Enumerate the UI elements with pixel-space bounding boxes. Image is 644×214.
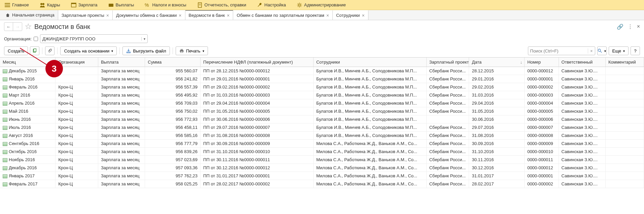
export-icon (126, 48, 131, 53)
column-header[interactable]: Ответственный (559, 58, 605, 67)
help-button[interactable]: ? (631, 46, 640, 55)
filter-row: Организация: ДЖИНДЖЕР ГРУПП ООО ▾ (0, 33, 644, 44)
table-row[interactable]: Сентябрь 2016Крон-ЦЗарплата за месяц956 … (0, 140, 644, 148)
menu-payments[interactable]: Выплаты (106, 1, 136, 9)
gear-icon (297, 2, 302, 8)
close-icon[interactable]: × (227, 13, 229, 18)
kebab-icon[interactable]: ⋮ (628, 24, 633, 30)
table-row[interactable]: Июнь 2016Крон-ЦЗарплата за месяц956 772,… (0, 115, 644, 123)
page-title: Ведомости в банк (34, 23, 90, 31)
svg-rect-7 (109, 4, 113, 7)
menu-admin[interactable]: Администрирование (295, 1, 348, 9)
row-icon (3, 118, 7, 122)
paperclip-icon (47, 48, 52, 53)
row-icon (3, 85, 7, 90)
row-icon (3, 102, 7, 106)
close-icon[interactable]: × (106, 13, 109, 18)
row-icon (3, 166, 7, 170)
calendar-icon (71, 2, 76, 8)
svg-rect-14 (34, 49, 36, 52)
search-input[interactable] (530, 48, 588, 54)
create-based-button[interactable]: Создать на основании▾ (60, 46, 117, 55)
attach-button[interactable] (45, 46, 55, 55)
svg-point-3 (40, 3, 42, 5)
close-icon[interactable]: × (326, 13, 329, 18)
org-checkbox[interactable] (34, 37, 38, 41)
forward-button[interactable]: → (13, 23, 22, 31)
tab[interactable]: Документы обмена с банками× (113, 10, 185, 20)
svg-line-19 (600, 51, 602, 52)
home-icon (5, 13, 10, 17)
export-button[interactable]: Выгрузить файл (122, 46, 170, 55)
table-row[interactable]: Февраль 2016Крон-ЦЗарплата за месяц956 5… (0, 83, 644, 91)
tab[interactable]: Сотрудники× (333, 10, 368, 20)
menu-icon (5, 2, 10, 8)
table-row[interactable]: Декабрь 2016Крон-ЦЗарплата за месяц957 0… (0, 164, 644, 172)
table-row[interactable]: Ноябрь 2016Крон-ЦЗарплата за месяц957 02… (0, 156, 644, 164)
org-label: Организация: (4, 36, 32, 41)
wrench-icon (257, 2, 262, 8)
link-icon[interactable]: 🔗 (617, 24, 623, 30)
table-row[interactable]: Апрель 2016Крон-ЦЗарплата за месяц956 70… (0, 99, 644, 107)
more-button[interactable]: Еще▾ (609, 46, 629, 55)
svg-rect-17 (180, 51, 183, 53)
table-row[interactable]: Август 2016Крон-ЦЗарплата за месяц956 58… (0, 132, 644, 140)
column-header[interactable]: Перечисление НДФЛ (платежный документ) (201, 58, 314, 67)
column-header[interactable]: Комментарий (605, 58, 644, 67)
svg-rect-16 (180, 49, 183, 50)
table-row[interactable]: Май 2016Крон-ЦЗарплата за месяц956 750,0… (0, 107, 644, 115)
data-table: МесяцОрганизацияВыплатаСуммаПеречисление… (0, 58, 644, 188)
row-icon (3, 150, 7, 154)
menu-main[interactable]: Главное (3, 1, 31, 9)
table-row[interactable]: Декабрь 2015Зарплата за месяц955 560,07П… (0, 67, 644, 75)
copy-button[interactable] (30, 46, 39, 55)
toolbar: Создать Создать на основании▾ Выгрузить … (0, 44, 644, 57)
column-header[interactable]: Дата (469, 58, 525, 67)
column-header[interactable]: Номер (525, 58, 559, 67)
table-row[interactable]: Январь 2017Крон-ЦЗарплата за месяц957 76… (0, 172, 644, 180)
svg-rect-2 (5, 6, 10, 7)
chevron-down-icon: ▾ (141, 37, 145, 41)
table-row[interactable]: Октябрь 2016Крон-ЦЗарплата за месяц956 8… (0, 148, 644, 156)
print-button[interactable]: Печать▾ (176, 46, 208, 55)
menu-salary[interactable]: Зарплата (69, 1, 100, 9)
back-button[interactable]: ← (4, 23, 13, 31)
row-icon (3, 126, 7, 130)
menu-settings[interactable]: Настройка (255, 1, 288, 9)
home-tab[interactable]: Начальная страница (2, 10, 58, 20)
search-icon (598, 48, 602, 53)
tab[interactable]: Ведомости в банк× (185, 10, 234, 20)
star-icon[interactable] (25, 23, 32, 30)
table-row[interactable]: Июль 2016Крон-ЦЗарплата за месяц956 458,… (0, 123, 644, 132)
table-wrap: МесяцОрганизацияВыплатаСуммаПеречисление… (0, 57, 644, 213)
column-header[interactable]: Выплата (98, 58, 145, 67)
search-box[interactable]: × (528, 46, 595, 55)
svg-rect-6 (71, 3, 76, 4)
main-menu: Главное Кадры Зарплата Выплаты % Налоги … (0, 0, 644, 10)
close-icon[interactable]: × (362, 13, 364, 18)
column-header[interactable]: Сумма (145, 58, 201, 67)
menu-taxes[interactable]: % Налоги и взносы (143, 1, 188, 9)
menu-reports[interactable]: Отчетность, справки (195, 1, 248, 9)
org-select[interactable]: ДЖИНДЖЕР ГРУПП ООО ▾ (40, 34, 148, 43)
table-row[interactable]: Март 2016Крон-ЦЗарплата за месяц956 495,… (0, 91, 644, 99)
row-icon (3, 134, 7, 138)
menu-staff[interactable]: Кадры (38, 1, 62, 9)
table-row[interactable]: Январь 2016Зарплата за месяц956 241,82ПП… (0, 75, 644, 83)
document-icon (197, 2, 203, 8)
close-icon[interactable]: × (179, 13, 181, 18)
people-icon (40, 2, 45, 8)
svg-point-4 (42, 3, 44, 5)
titlebar: ← → Ведомости в банк 🔗 ⋮ × (0, 20, 644, 33)
column-header[interactable]: Зарплатный проект (426, 58, 469, 67)
tab[interactable]: Обмен с банками по зарплатным проектам× (233, 10, 333, 20)
clear-search-icon[interactable]: × (588, 48, 593, 54)
nav-arrows: ← → (4, 22, 22, 31)
printer-icon (179, 48, 184, 53)
column-header[interactable]: Сотрудники (313, 58, 426, 67)
search-button[interactable]: ▾ (597, 46, 607, 55)
table-row[interactable]: Февраль 2017Крон-ЦЗарплата за месяц958 0… (0, 180, 644, 188)
row-icon (3, 158, 7, 162)
close-page-icon[interactable]: × (637, 24, 640, 30)
tab[interactable]: Зарплатные проекты× (58, 10, 113, 20)
